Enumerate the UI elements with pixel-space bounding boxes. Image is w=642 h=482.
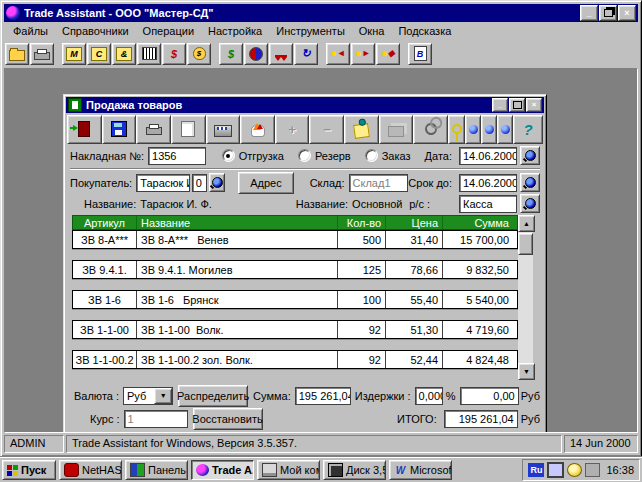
- task-my-computer[interactable]: Мой комп...: [257, 460, 320, 480]
- network-tray-icon[interactable]: [585, 463, 600, 477]
- scroll-up-button[interactable]: ▲: [518, 215, 535, 232]
- minimize-button[interactable]: _: [580, 5, 598, 21]
- open-button[interactable]: [5, 43, 29, 65]
- combo-dropdown-button[interactable]: ▼: [154, 388, 172, 404]
- menu-windows[interactable]: Окна: [352, 23, 392, 39]
- start-button[interactable]: Пуск: [2, 460, 56, 480]
- child-close-button[interactable]: ×: [526, 98, 542, 112]
- materials-button[interactable]: M: [62, 43, 86, 65]
- delete-document-button[interactable]: [240, 115, 275, 144]
- due-input[interactable]: 14.06.2000: [459, 174, 517, 192]
- print-button[interactable]: [30, 43, 54, 65]
- table-row[interactable]: ЗВ 1-1-00.2 ЗВ 1-1-00.2 зол. Волк. 92 52…: [72, 350, 518, 369]
- header-price: Цена: [386, 216, 443, 229]
- table-row[interactable]: ЗВ 9.4.1. ЗВ 9.4.1. Могилев 125 78,66 9 …: [72, 260, 518, 279]
- date-input[interactable]: 14.06.2000: [459, 147, 517, 165]
- invoice-input[interactable]: 1356: [148, 147, 206, 165]
- currency-combobox[interactable]: Руб ▼: [123, 387, 173, 405]
- copy-button[interactable]: [379, 115, 414, 144]
- scheduler-tray-icon[interactable]: [567, 463, 582, 477]
- remove-row-button[interactable]: −: [309, 115, 344, 144]
- display-tray-icon[interactable]: [547, 462, 564, 478]
- buyer-code-input[interactable]: 0: [192, 174, 208, 192]
- restore-button[interactable]: Восстановить: [193, 408, 263, 430]
- child-maximize-button[interactable]: [509, 98, 525, 112]
- warehouse-input[interactable]: Склад1: [349, 174, 409, 192]
- option-button-3[interactable]: [497, 115, 513, 144]
- doc-out-button[interactable]: ●►: [351, 43, 375, 65]
- table-row[interactable]: ЗВ 1-1-00 ЗВ 1-1-00 Волк. 92 51,30 4 719…: [72, 320, 518, 339]
- menu-directories[interactable]: Справочники: [55, 23, 136, 39]
- total-label: ИТОГО:: [397, 413, 437, 425]
- money-bag-button[interactable]: $: [187, 43, 211, 65]
- date-lookup-button[interactable]: [520, 146, 540, 165]
- table-row[interactable]: ЗВ 1-6 ЗВ 1-6 Брянск 100 55,40 5 540,00: [72, 290, 518, 309]
- menu-help[interactable]: Подсказка: [391, 23, 458, 39]
- blank-form-button[interactable]: B: [408, 43, 432, 65]
- due-lookup-button[interactable]: [520, 173, 540, 192]
- help-button[interactable]: ?: [513, 115, 543, 144]
- close-button[interactable]: ×: [618, 5, 636, 21]
- distribute-button[interactable]: Распределить: [178, 385, 248, 407]
- scroll-down-button[interactable]: ▼: [518, 363, 535, 380]
- child-minimize-button[interactable]: _: [492, 98, 508, 112]
- scroll-thumb[interactable]: [518, 233, 533, 255]
- payments-button[interactable]: $: [219, 43, 243, 65]
- key-button[interactable]: [448, 115, 465, 144]
- link-button[interactable]: [413, 115, 448, 144]
- option-button-1[interactable]: [465, 115, 481, 144]
- header-art: Артикул: [73, 216, 137, 229]
- currency-rates-button[interactable]: $: [162, 43, 186, 65]
- status-user: ADMIN: [4, 435, 64, 453]
- add-row-button[interactable]: +: [275, 115, 310, 144]
- menu-files[interactable]: Файлы: [6, 23, 55, 39]
- account-input[interactable]: Касса: [459, 195, 517, 213]
- costs-input[interactable]: 0,000: [415, 387, 443, 405]
- barcode-button[interactable]: [137, 43, 161, 65]
- language-indicator[interactable]: Ru: [528, 463, 544, 477]
- task-trade-assistant[interactable]: Trade A...: [191, 460, 254, 480]
- table-row[interactable]: ЗВ 8-А*** ЗВ 8-А*** Венев 500 31,40 15 7…: [72, 230, 518, 249]
- document-button[interactable]: [171, 115, 206, 144]
- rate-input[interactable]: 1: [124, 410, 188, 428]
- mdi-area: Продажа товаров _ × + −: [4, 68, 638, 433]
- menu-operations[interactable]: Операции: [136, 23, 201, 39]
- radio-reserve[interactable]: Резерв: [298, 149, 351, 162]
- task-floppy-disk[interactable]: Диск 3,5 (...: [323, 460, 386, 480]
- table-header: Артикул Название Кол-во Цена Сумма: [72, 215, 518, 230]
- table-scrollbar[interactable]: ▲ ▼: [518, 215, 533, 380]
- exit-button[interactable]: [67, 115, 102, 144]
- cash-register-button[interactable]: [206, 115, 241, 144]
- task-control-panel[interactable]: Панель М...: [125, 460, 188, 480]
- partners-button[interactable]: &: [112, 43, 136, 65]
- print-invoice-button[interactable]: [136, 115, 171, 144]
- scroll-track[interactable]: [518, 255, 533, 363]
- task-nethasp[interactable]: NetHASP...: [59, 460, 122, 480]
- doc-in-button[interactable]: ●◄: [326, 43, 350, 65]
- radio-shipment[interactable]: Отгрузка: [222, 149, 284, 162]
- address-button[interactable]: Адрес: [238, 172, 294, 194]
- burning-paper-icon: [251, 125, 265, 137]
- note-button[interactable]: [344, 115, 379, 144]
- buyer-input[interactable]: Тарасюк И.: [136, 174, 190, 192]
- buyer-lookup-button[interactable]: [209, 173, 225, 192]
- sales-window: Продажа товаров _ × + −: [63, 94, 547, 433]
- task-microsoft-word[interactable]: WMicrosoft ...: [389, 460, 452, 480]
- menubar: Файлы Справочники Операции Настройка Инс…: [4, 22, 638, 39]
- menu-settings[interactable]: Настройка: [201, 23, 269, 39]
- costs-rub-input[interactable]: 0,00: [460, 387, 519, 405]
- doc-move-button[interactable]: ●◆: [376, 43, 400, 65]
- option-button-2[interactable]: [481, 115, 497, 144]
- menu-tools[interactable]: Инструменты: [269, 23, 352, 39]
- radio-order[interactable]: Заказ: [365, 149, 411, 162]
- scales-button[interactable]: [269, 43, 293, 65]
- reports-button[interactable]: [244, 43, 268, 65]
- save-button[interactable]: [102, 115, 137, 144]
- exchange-button[interactable]: ↻: [294, 43, 318, 65]
- restore-button[interactable]: [599, 5, 617, 21]
- ampersand-icon: &: [116, 47, 132, 61]
- clients-button[interactable]: C: [87, 43, 111, 65]
- total-input[interactable]: 195 261,04: [444, 410, 518, 428]
- account-lookup-button[interactable]: [520, 194, 540, 213]
- sum-input[interactable]: 195 261,04: [295, 387, 351, 405]
